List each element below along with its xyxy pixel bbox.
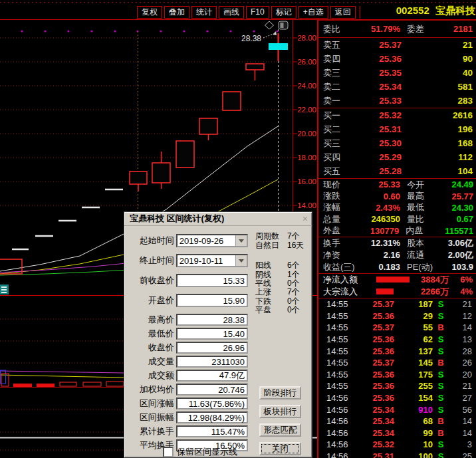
weibi-row: 委比 51.79% 委差 2181 — [318, 21, 476, 38]
toolbar-button[interactable]: 叠加 — [164, 6, 189, 19]
bid-row[interactable]: 买四 25.29 112 — [318, 150, 476, 164]
period-dots — [21, 30, 278, 32]
field-input[interactable]: 15.40 — [176, 328, 248, 340]
bid-row[interactable]: 买五 25.28 104 — [318, 164, 476, 178]
toolbar-button[interactable]: F10 — [246, 6, 269, 19]
tick-price: 25.34 — [358, 405, 394, 415]
tick-row[interactable]: 14:56 25.34 910 S 56 — [318, 403, 476, 415]
field-label: 成交量 — [124, 356, 174, 368]
checkbox-box[interactable] — [163, 447, 174, 457]
tick-row[interactable]: 14:55 25.36 255 S 21 — [318, 380, 476, 392]
field-input[interactable]: 47.9亿 — [176, 370, 248, 382]
tick-row[interactable]: 14:55 25.36 29 S 12 — [318, 310, 476, 322]
tick-row[interactable]: 14:55 25.36 175 S 20 — [318, 369, 476, 381]
tick-list: 14:55 25.37 187 S 21 14:55 25.36 29 S 12… — [318, 298, 476, 458]
tick-row[interactable]: 14:55 25.37 187 S 21 — [318, 298, 476, 310]
tick-price: 25.32 — [358, 439, 394, 449]
svg-text:28.00: 28.00 — [297, 34, 316, 42]
money-flow: 净流入额 3884万 6% 大宗流入 2266万 4% — [318, 274, 476, 298]
dialog-button[interactable]: 关闭 — [259, 442, 301, 455]
stat-value: 1个 — [287, 271, 300, 280]
tick-side: S — [433, 381, 449, 391]
field-input[interactable]: 2311030 — [176, 356, 248, 368]
quote-value: 2.43% — [363, 203, 400, 213]
ask-row[interactable]: 卖一 25.33 283 — [318, 94, 476, 108]
dropdown-button[interactable] — [235, 255, 247, 266]
tick-row[interactable]: 14:56 25.34 68 B 14 — [318, 415, 476, 427]
tick-time: 14:56 — [318, 439, 358, 449]
tick-row[interactable]: 14:56 25.36 154 S 27 — [318, 392, 476, 404]
tick-row[interactable]: 14:55 25.36 62 S 13 — [318, 334, 476, 346]
tick-volume: 910 — [394, 405, 433, 415]
bid-row[interactable]: 买三 25.30 168 — [318, 136, 476, 150]
flow-percent: 6% — [449, 275, 476, 285]
field-input[interactable]: 12.98(84.29%) — [176, 411, 248, 423]
flow-value: 3884万 — [410, 274, 449, 286]
close-icon[interactable]: × — [302, 212, 308, 225]
field-input[interactable]: 26.96 — [176, 342, 248, 354]
dialog-button[interactable]: 阶段排行 — [259, 386, 301, 400]
toolbar-button[interactable]: 画线 — [219, 6, 244, 19]
ask-row[interactable]: 卖三 25.35 40 — [318, 66, 476, 80]
quote-value: 24.30 — [447, 203, 476, 213]
ask-row[interactable]: 卖四 25.36 90 — [318, 52, 476, 66]
tick-row[interactable]: 14:55 25.36 137 S 28 — [318, 345, 476, 357]
tick-row[interactable]: 14:56 25.34 99 B 14 — [318, 427, 476, 439]
ask-row[interactable]: 卖二 25.34 581 — [318, 80, 476, 94]
toolbar-button[interactable]: 返回 — [330, 6, 356, 19]
tick-price: 25.36 — [358, 334, 394, 344]
tick-row[interactable]: 14:56 25.32 10 S 3 — [318, 439, 476, 451]
tick-row[interactable]: 14:55 25.37 55 B 14 — [318, 322, 476, 334]
level-label: 卖二 — [318, 81, 362, 93]
field-input[interactable]: 2019-10-11 — [176, 254, 248, 267]
quote-value: 246350 — [363, 214, 400, 224]
info-label: 换手 — [318, 237, 363, 249]
keep-lines-checkbox[interactable]: 保留区间显示线 — [163, 446, 237, 458]
dropdown-button[interactable] — [235, 235, 247, 246]
indicator-tag[interactable] — [0, 285, 9, 294]
quote-row: 涨幅 2.43% 最低 24.30 — [318, 202, 476, 213]
level-price: 25.36 — [362, 54, 402, 64]
tick-side: B — [433, 322, 449, 332]
toolbar-button[interactable]: 复权 — [137, 6, 162, 19]
flow-label: 净流入额 — [318, 274, 376, 286]
level-label: 买五 — [318, 166, 362, 177]
field-input[interactable]: 11.63(75.86%) — [176, 398, 248, 409]
quote-value: 25.33 — [363, 179, 400, 189]
page-view-icon[interactable] — [279, 21, 288, 29]
flat-candles — [12, 189, 123, 249]
field-input[interactable]: 115.47% — [176, 425, 248, 437]
tick-price: 25.34 — [358, 416, 394, 426]
stat-label: 平盘 — [255, 306, 287, 315]
quote-value: 24.49 — [447, 179, 476, 189]
tick-time: 14:56 — [318, 405, 358, 415]
bid-row[interactable]: 买二 25.31 196 — [318, 122, 476, 136]
dialog-button[interactable]: 板块排行 — [259, 405, 301, 418]
chevron-down-icon — [239, 239, 244, 243]
tick-time: 14:55 — [318, 322, 358, 332]
tick-row[interactable]: 14:56 25.31 100 S 25 — [318, 451, 476, 458]
quote-value: 115571 — [445, 226, 476, 236]
field-input[interactable]: 15.33 — [176, 274, 248, 287]
trading-terminal: 复权 叠加 统计 画线 F10 标记 +自选 返回 002552 宝鼎科技 — [0, 0, 476, 458]
dialog-titlebar[interactable]: 宝鼎科技 区间统计(复权) × — [124, 212, 312, 226]
toolbar-button[interactable]: +自选 — [298, 6, 328, 19]
quote-row: 现价 25.33 今开 24.49 — [318, 179, 476, 190]
field-input[interactable]: 20.746 — [176, 384, 248, 396]
ask-row[interactable]: 卖五 25.37 21 — [318, 38, 476, 52]
dialog-button[interactable]: 形态匹配 — [259, 423, 301, 437]
field-value: 2019-09-26 — [178, 236, 235, 246]
tick-row[interactable]: 14:55 25.37 145 B 26 — [318, 357, 476, 369]
field-input[interactable]: 2019-09-26 — [176, 234, 248, 247]
field-input[interactable]: 28.38 — [176, 314, 248, 326]
stat-line: 周期数 7个 — [255, 232, 304, 241]
dialog-field-row: 加权均价 20.746 — [124, 384, 248, 396]
stat-line: 自然日 16天 — [255, 241, 304, 251]
bid-row[interactable]: 买一 25.32 2616 — [318, 108, 476, 122]
tick-count: 14 — [449, 416, 476, 426]
info-value: 2.00亿 — [447, 249, 476, 261]
toolbar-button[interactable]: 标记 — [271, 6, 297, 19]
field-input[interactable]: 15.90 — [176, 294, 248, 307]
diamond-marker-icon[interactable] — [265, 21, 274, 29]
toolbar-button[interactable]: 统计 — [191, 6, 217, 19]
